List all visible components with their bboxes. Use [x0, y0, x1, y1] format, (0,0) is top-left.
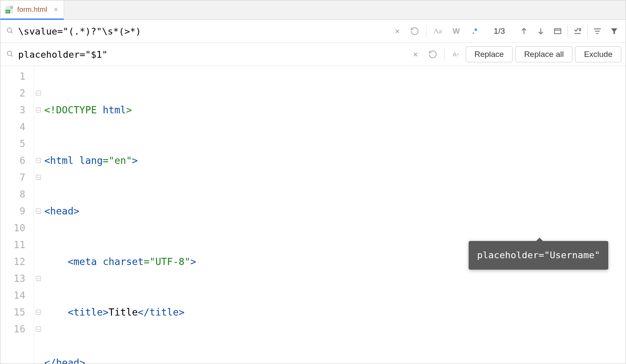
- fold-icon[interactable]: [36, 276, 41, 281]
- line-number: 4: [0, 118, 25, 135]
- divider: [587, 25, 588, 37]
- match-count: 1/3: [485, 27, 514, 36]
- replace-all-button[interactable]: Replace all: [515, 46, 572, 62]
- match-case-toggle[interactable]: Aa: [431, 24, 445, 38]
- code-area[interactable]: <!DOCTYPE html> <html lang="en"> <head> …: [43, 66, 626, 364]
- replace-preview-tooltip: placeholder="Username": [469, 241, 608, 270]
- next-match-icon[interactable]: [534, 24, 548, 38]
- fold-gutter: [34, 66, 43, 364]
- tab-filename: form.html: [17, 5, 47, 14]
- divider: [444, 48, 445, 61]
- regex-toggle[interactable]: .*: [468, 24, 482, 38]
- line-number: 9: [0, 203, 25, 219]
- line-number: 10: [0, 219, 25, 236]
- preserve-case-toggle[interactable]: AA: [449, 47, 463, 62]
- file-tab[interactable]: H form.html ×: [0, 0, 64, 19]
- search-icon: [6, 27, 14, 36]
- editor-tabs: H form.html ×: [0, 0, 626, 20]
- line-number: 7: [0, 169, 25, 186]
- line-gutter: 1 2 3 4 5 6 7 8 9 10 11 12 13 14 15 16: [0, 66, 34, 364]
- line-number: 14: [0, 287, 25, 304]
- history-icon[interactable]: [407, 24, 422, 38]
- replace-bar: × AA Replace Replace all Exclude: [0, 43, 626, 66]
- fold-icon[interactable]: [36, 310, 41, 315]
- svg-point-4: [7, 28, 12, 32]
- divider: [567, 25, 568, 37]
- filter-icon[interactable]: [607, 24, 621, 38]
- divider: [426, 25, 426, 37]
- line-number: 1: [0, 68, 25, 85]
- filter-options-icon[interactable]: [590, 24, 604, 38]
- svg-text:H: H: [6, 10, 8, 13]
- match-words-toggle[interactable]: W: [449, 24, 464, 38]
- line-number: 11: [0, 236, 25, 253]
- fold-icon[interactable]: [36, 107, 41, 112]
- line-number: 8: [0, 186, 25, 203]
- line-number: 3: [0, 102, 25, 118]
- svg-rect-8: [555, 29, 561, 34]
- svg-point-16: [7, 51, 12, 56]
- find-bar: × Aa W .* 1/3: [0, 20, 626, 43]
- fold-icon[interactable]: [36, 158, 41, 163]
- open-in-window-icon[interactable]: [550, 24, 565, 38]
- line-number: 13: [0, 270, 25, 287]
- replace-button[interactable]: Replace: [466, 46, 513, 62]
- clear-find-icon[interactable]: ×: [391, 27, 403, 36]
- line-number: 16: [0, 321, 25, 337]
- line-number: 15: [0, 304, 25, 321]
- line-number: 6: [0, 152, 25, 169]
- replace-input[interactable]: [18, 49, 405, 60]
- history-icon[interactable]: [426, 47, 440, 62]
- clear-replace-icon[interactable]: ×: [410, 50, 421, 59]
- svg-rect-3: [10, 6, 13, 9]
- prev-match-icon[interactable]: [517, 24, 531, 38]
- html-file-icon: H: [5, 5, 14, 14]
- code-editor[interactable]: 1 2 3 4 5 6 7 8 9 10 11 12 13 14 15 16 <…: [0, 66, 626, 364]
- select-all-icon[interactable]: [570, 24, 585, 38]
- svg-line-17: [11, 55, 13, 56]
- line-number: 5: [0, 135, 25, 152]
- search-icon: [6, 50, 14, 59]
- fold-icon[interactable]: [36, 175, 41, 180]
- line-number: 2: [0, 85, 25, 102]
- find-input[interactable]: [18, 26, 387, 37]
- line-number: 12: [0, 253, 25, 270]
- exclude-button[interactable]: Exclude: [575, 46, 621, 62]
- close-icon[interactable]: ×: [54, 6, 58, 13]
- fold-icon[interactable]: [36, 91, 41, 96]
- fold-icon[interactable]: [36, 209, 41, 214]
- fold-icon[interactable]: [36, 327, 41, 332]
- svg-line-5: [11, 32, 13, 33]
